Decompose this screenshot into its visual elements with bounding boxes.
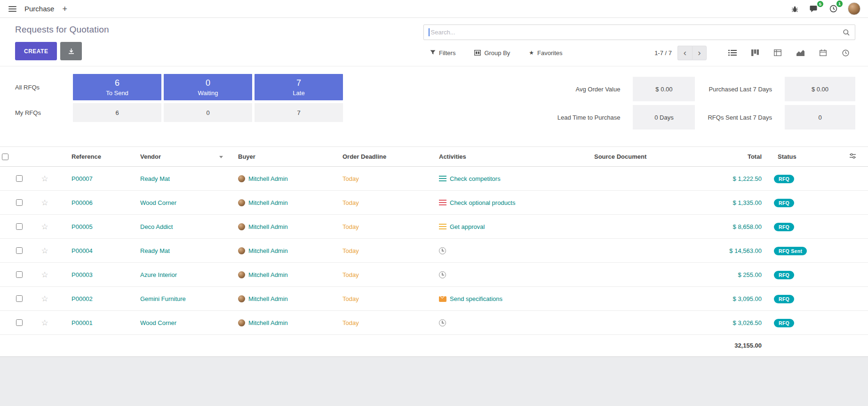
favorite-star-icon[interactable]: ☆	[38, 294, 51, 303]
app-menu-purchase[interactable]: Purchase	[24, 5, 54, 13]
search-bar[interactable]	[423, 24, 855, 40]
favorite-star-icon[interactable]: ☆	[38, 246, 51, 255]
plus-icon[interactable]: +	[61, 5, 68, 13]
activity-icon[interactable]	[439, 224, 446, 230]
favorite-star-icon[interactable]: ☆	[38, 270, 51, 279]
buyer-link[interactable]: Mitchell Admin	[248, 223, 288, 230]
buyer-link[interactable]: Mitchell Admin	[248, 199, 288, 206]
column-header-buyer[interactable]: Buyer	[229, 147, 333, 167]
row-checkbox[interactable]	[16, 271, 23, 278]
source-document-value	[585, 191, 693, 215]
column-header-order-deadline[interactable]: Order Deadline	[333, 147, 430, 167]
favorites-button[interactable]: ★ Favorites	[526, 49, 565, 57]
vendor-link[interactable]: Wood Corner	[140, 319, 176, 326]
table-row[interactable]: ☆ P00003 Azure Interior Mitchell Admin T…	[0, 263, 868, 287]
reference-link[interactable]: P00004	[72, 247, 93, 254]
favorite-star-icon[interactable]: ☆	[38, 318, 51, 327]
activity-label[interactable]: Send specifications	[450, 295, 502, 302]
view-switch-pivot-icon[interactable]	[768, 45, 788, 60]
order-deadline-value: Today	[342, 199, 359, 206]
vendor-link[interactable]: Deco Addict	[140, 223, 173, 230]
status-badge: RFQ	[774, 295, 794, 303]
table-row[interactable]: ☆ P00007 Ready Mat Mitchell Admin Today …	[0, 167, 868, 191]
view-switch-graph-icon[interactable]	[790, 45, 810, 60]
vendor-link[interactable]: Wood Corner	[140, 199, 176, 206]
table-row[interactable]: ☆ P00004 Ready Mat Mitchell Admin Today …	[0, 239, 868, 263]
table-row[interactable]: ☆ P00001 Wood Corner Mitchell Admin Toda…	[0, 311, 868, 335]
kpi-value-lead-time: 0 Days	[633, 105, 695, 130]
my-rfq-to-send[interactable]: 6	[73, 103, 161, 122]
row-checkbox[interactable]	[16, 175, 23, 182]
activity-icon[interactable]	[439, 176, 446, 182]
view-switch-calendar-icon[interactable]	[813, 45, 833, 60]
table-header-row: Reference Vendor Buyer Order Deadline Ac…	[0, 147, 868, 167]
my-rfq-waiting[interactable]: 0	[164, 103, 252, 122]
reference-link[interactable]: P00005	[72, 223, 93, 230]
favorite-star-icon[interactable]: ☆	[38, 174, 51, 183]
buyer-link[interactable]: Mitchell Admin	[248, 295, 288, 302]
activity-icon[interactable]	[439, 271, 446, 278]
buyer-link[interactable]: Mitchell Admin	[248, 175, 288, 182]
group-by-button[interactable]: Group By	[471, 49, 513, 57]
reference-link[interactable]: P00006	[72, 199, 93, 206]
vendor-link[interactable]: Ready Mat	[140, 247, 170, 254]
row-checkbox[interactable]	[16, 319, 23, 326]
column-header-status[interactable]: Status	[768, 147, 843, 167]
column-header-reference[interactable]: Reference	[60, 147, 131, 167]
apps-menu-icon[interactable]	[8, 4, 17, 14]
buyer-link[interactable]: Mitchell Admin	[248, 271, 288, 278]
view-switch-list-icon[interactable]	[723, 45, 742, 60]
activity-label[interactable]: Check competitors	[450, 175, 501, 182]
vendor-link[interactable]: Ready Mat	[140, 175, 170, 182]
search-input[interactable]	[430, 28, 843, 36]
row-checkbox[interactable]	[16, 247, 23, 254]
row-checkbox[interactable]	[16, 295, 23, 302]
activity-icon[interactable]	[439, 296, 446, 302]
pager-previous-button[interactable]: ‹	[677, 46, 692, 60]
vendor-link[interactable]: Gemini Furniture	[140, 295, 186, 302]
table-row[interactable]: ☆ P00005 Deco Addict Mitchell Admin Toda…	[0, 215, 868, 239]
reference-link[interactable]: P00007	[72, 175, 93, 182]
activity-icon[interactable]	[439, 319, 446, 326]
table-row[interactable]: ☆ P00006 Wood Corner Mitchell Admin Toda…	[0, 191, 868, 215]
view-switch-kanban-icon[interactable]	[745, 45, 765, 60]
activities-clock-icon[interactable]: 1	[828, 4, 838, 14]
activity-icon[interactable]	[439, 247, 446, 254]
view-switch-activity-icon[interactable]	[836, 45, 855, 60]
create-button[interactable]: CREATE	[15, 42, 57, 60]
favorite-star-icon[interactable]: ☆	[38, 222, 51, 231]
row-checkbox[interactable]	[16, 223, 23, 230]
group-by-icon	[474, 50, 481, 56]
column-header-total[interactable]: Total	[693, 147, 768, 167]
export-button[interactable]	[60, 42, 82, 60]
rfq-card-waiting[interactable]: 0 Waiting	[164, 74, 252, 100]
debug-bug-icon[interactable]	[790, 4, 799, 14]
vendor-link[interactable]: Azure Interior	[140, 271, 177, 278]
table-row[interactable]: ☆ P00002 Gemini Furniture Mitchell Admin…	[0, 287, 868, 311]
messages-icon[interactable]: 5	[809, 4, 819, 14]
pager-next-button[interactable]: ›	[692, 46, 707, 60]
rfq-card-to-send[interactable]: 6 To Send	[73, 74, 161, 100]
column-header-vendor[interactable]: Vendor	[131, 147, 229, 167]
user-avatar[interactable]	[848, 2, 860, 15]
buyer-link[interactable]: Mitchell Admin	[248, 319, 288, 326]
select-all-checkbox[interactable]	[2, 154, 8, 160]
reference-link[interactable]: P00001	[72, 319, 93, 326]
rfq-card-late[interactable]: 7 Late	[255, 74, 343, 100]
buyer-link[interactable]: Mitchell Admin	[248, 247, 288, 254]
kpi-label-avg-order-value: Avg Order Value	[557, 77, 621, 101]
source-document-value	[585, 167, 693, 191]
row-checkbox[interactable]	[16, 199, 23, 206]
optional-columns-icon[interactable]	[846, 152, 859, 161]
filters-button[interactable]: Filters	[427, 49, 458, 57]
favorite-star-icon[interactable]: ☆	[38, 198, 51, 207]
column-header-activities[interactable]: Activities	[430, 147, 585, 167]
activity-label[interactable]: Get approval	[450, 223, 485, 230]
activity-label[interactable]: Check optional products	[450, 199, 515, 206]
reference-link[interactable]: P00003	[72, 271, 93, 278]
activity-icon[interactable]	[439, 200, 446, 206]
my-rfq-late[interactable]: 7	[255, 103, 343, 122]
total-sum: 32,155.00	[693, 335, 768, 357]
reference-link[interactable]: P00002	[72, 295, 93, 302]
column-header-source-document[interactable]: Source Document	[585, 147, 693, 167]
